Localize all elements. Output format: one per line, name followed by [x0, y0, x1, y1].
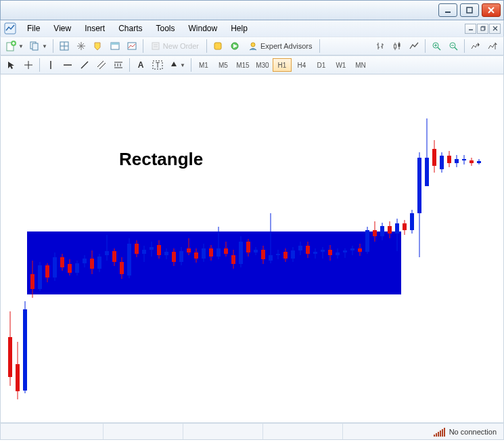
- svg-rect-115: [179, 251, 183, 262]
- chart-area[interactable]: Rectangle: [0, 74, 504, 423]
- svg-text:T: T: [156, 62, 160, 69]
- timeframe-m5[interactable]: M5: [214, 58, 233, 72]
- svg-rect-40: [394, 45, 396, 48]
- svg-rect-73: [23, 309, 27, 391]
- line-studies-toolbar: A T ▼ M1 M5 M15 M30 H1 H4 D1 W1 MN: [0, 56, 504, 74]
- candlestick-series: [1, 74, 504, 423]
- svg-rect-179: [417, 158, 421, 213]
- strategy-tester-button[interactable]: [124, 39, 140, 53]
- svg-rect-15: [32, 43, 38, 50]
- svg-rect-131: [239, 242, 243, 264]
- data-window-button[interactable]: [90, 39, 106, 53]
- svg-rect-167: [373, 230, 377, 236]
- svg-rect-29: [214, 43, 221, 49]
- zoom-out-button[interactable]: [445, 39, 461, 53]
- menu-insert[interactable]: Insert: [78, 22, 111, 35]
- line-chart-button[interactable]: [406, 39, 422, 53]
- timeframe-mn[interactable]: MN: [351, 58, 370, 72]
- autotrading-button[interactable]: [227, 39, 243, 53]
- arrows-button[interactable]: ▼: [166, 58, 188, 72]
- svg-rect-147: [298, 246, 302, 250]
- timeframe-d1[interactable]: D1: [312, 58, 331, 72]
- new-order-label: New Order: [163, 42, 199, 50]
- svg-rect-141: [276, 254, 280, 255]
- svg-rect-181: [425, 158, 429, 186]
- vertical-line-button[interactable]: [43, 58, 59, 72]
- svg-rect-111: [164, 252, 168, 255]
- horizontal-line-button[interactable]: [60, 58, 76, 72]
- terminal-button[interactable]: [107, 39, 123, 53]
- fibonacci-button[interactable]: [110, 58, 127, 72]
- timeframe-h1[interactable]: H1: [273, 58, 292, 72]
- menu-window[interactable]: Window: [183, 22, 224, 35]
- mdi-close-button[interactable]: [489, 24, 501, 34]
- auto-scroll-button[interactable]: [467, 39, 484, 53]
- crosshair-button[interactable]: [20, 58, 37, 72]
- svg-rect-123: [209, 248, 213, 257]
- new-chart-button[interactable]: ▼: [3, 39, 26, 53]
- svg-rect-113: [172, 252, 176, 262]
- profiles-button[interactable]: ▼: [27, 39, 50, 53]
- timeframe-m30[interactable]: M30: [253, 58, 272, 72]
- timeframe-w1[interactable]: W1: [331, 58, 350, 72]
- svg-rect-1: [467, 7, 472, 13]
- svg-rect-191: [462, 159, 466, 160]
- status-cell: [263, 424, 343, 439]
- svg-rect-125: [216, 248, 221, 257]
- close-button[interactable]: [482, 3, 501, 17]
- toolbar-separator: [425, 39, 426, 53]
- svg-point-32: [251, 43, 255, 47]
- svg-rect-139: [269, 255, 273, 261]
- chart-shift-button[interactable]: [484, 39, 501, 53]
- svg-rect-85: [68, 264, 72, 273]
- svg-rect-175: [403, 223, 407, 230]
- new-order-button[interactable]: New Order: [146, 39, 204, 53]
- standard-toolbar: ▼ ▼ New Order Expert Advisors: [0, 37, 504, 56]
- connection-status[interactable]: No connection: [427, 427, 503, 437]
- svg-rect-149: [306, 246, 310, 254]
- market-watch-button[interactable]: [56, 39, 72, 53]
- svg-rect-105: [142, 250, 146, 254]
- svg-rect-95: [105, 251, 109, 255]
- svg-rect-103: [135, 244, 139, 254]
- menu-charts[interactable]: Charts: [112, 22, 148, 35]
- text-label-button[interactable]: T: [150, 58, 166, 72]
- timeframe-m15[interactable]: M15: [233, 58, 252, 72]
- mdi-restore-button[interactable]: [477, 24, 488, 34]
- menu-help[interactable]: Help: [225, 22, 254, 35]
- cursor-button[interactable]: [3, 58, 20, 72]
- svg-marker-67: [171, 62, 177, 66]
- mdi-minimize-button[interactable]: [465, 24, 476, 34]
- minimize-button[interactable]: [438, 3, 457, 17]
- svg-rect-89: [83, 259, 87, 263]
- chart-annotation-text: Rectangle: [119, 149, 203, 170]
- status-cell: [1, 424, 104, 439]
- candlestick-chart-button[interactable]: [389, 39, 405, 53]
- toolbar-separator: [129, 58, 130, 72]
- svg-rect-97: [112, 251, 116, 262]
- svg-rect-165: [365, 230, 369, 252]
- timeframe-h4[interactable]: H4: [292, 58, 311, 72]
- menu-tools[interactable]: Tools: [150, 22, 181, 35]
- trendline-button[interactable]: [76, 58, 93, 72]
- toolbar-separator: [191, 58, 191, 72]
- navigator-button[interactable]: [73, 39, 89, 53]
- equidistant-channel-button[interactable]: [93, 58, 110, 72]
- maximize-button[interactable]: [460, 3, 479, 17]
- timeframe-m1[interactable]: M1: [194, 58, 213, 72]
- expert-advisors-button[interactable]: Expert Advisors: [244, 39, 317, 53]
- chevron-down-icon: ▼: [42, 43, 47, 49]
- svg-rect-107: [150, 247, 154, 250]
- bar-chart-button[interactable]: [372, 39, 388, 53]
- status-cell: [183, 424, 263, 439]
- zoom-in-button[interactable]: [428, 39, 444, 53]
- text-button[interactable]: A: [133, 58, 149, 72]
- svg-rect-171: [388, 226, 392, 234]
- svg-rect-135: [254, 250, 258, 252]
- svg-rect-155: [328, 250, 332, 255]
- svg-rect-177: [410, 213, 414, 230]
- menu-view[interactable]: View: [47, 22, 77, 35]
- menu-file[interactable]: File: [21, 22, 46, 35]
- metaeditor-button[interactable]: [210, 39, 226, 53]
- svg-rect-87: [75, 263, 79, 273]
